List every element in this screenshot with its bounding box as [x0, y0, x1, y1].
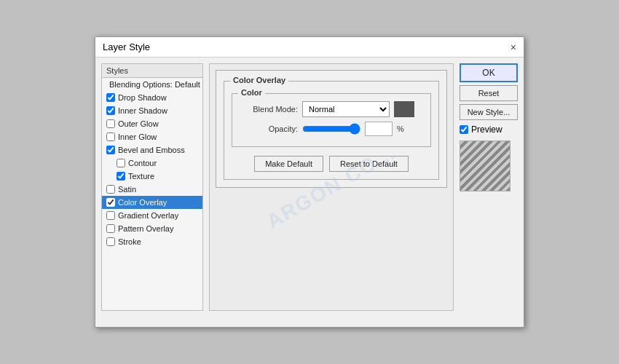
title-bar: Layer Style × [95, 37, 524, 58]
checkbox-inner-glow[interactable] [106, 132, 115, 141]
checkbox-inner-shadow[interactable] [106, 106, 115, 115]
sidebar-item-bevel-emboss[interactable]: Bevel and Emboss [102, 143, 202, 157]
color-section-title: Color [238, 88, 265, 97]
main-panel-wrapper: Color Overlay Color Blend Mode: NormalDi… [209, 63, 454, 311]
label-blending-options: Blending Options: Default [109, 80, 200, 89]
dialog-body: Styles Blending Options: DefaultDrop Sha… [95, 58, 524, 317]
make-default-button[interactable]: Make Default [254, 156, 323, 172]
label-pattern-overlay: Pattern Overlay [118, 224, 173, 233]
label-contour: Contour [128, 159, 157, 167]
sidebar-item-stroke[interactable]: Stroke [102, 235, 202, 248]
section-title: Color Overlay [230, 76, 288, 84]
new-style-button[interactable]: New Style... [460, 104, 518, 120]
opacity-input[interactable]: 100 [365, 122, 393, 136]
checkbox-contour[interactable] [117, 159, 125, 167]
label-stroke: Stroke [118, 237, 141, 246]
checkbox-gradient-overlay[interactable] [106, 211, 115, 220]
label-satin: Satin [118, 185, 136, 194]
checkbox-drop-shadow[interactable] [106, 93, 115, 102]
checkbox-pattern-overlay[interactable] [106, 224, 115, 233]
sidebar-item-blending-options[interactable]: Blending Options: Default [102, 78, 202, 91]
label-inner-glow: Inner Glow [118, 132, 157, 141]
ok-button[interactable]: OK [460, 63, 518, 82]
reset-button[interactable]: Reset [460, 85, 518, 101]
blend-mode-label: Blend Mode: [240, 105, 298, 114]
blend-mode-select[interactable]: NormalDissolveMultiplyScreenOverlay [302, 101, 390, 117]
opacity-percent: % [397, 124, 404, 133]
checkbox-texture[interactable] [117, 172, 125, 181]
label-inner-shadow: Inner Shadow [118, 106, 167, 115]
label-bevel-emboss: Bevel and Emboss [118, 146, 185, 154]
color-swatch[interactable] [394, 101, 414, 117]
preview-box [460, 141, 510, 191]
opacity-slider[interactable] [302, 123, 360, 135]
sidebar-item-drop-shadow[interactable]: Drop Shadow [102, 91, 202, 104]
sidebar-item-color-overlay[interactable]: Color Overlay [102, 196, 202, 209]
label-gradient-overlay: Gradient Overlay [118, 211, 178, 220]
checkbox-outer-glow[interactable] [106, 119, 115, 128]
dialog-title: Layer Style [103, 41, 150, 52]
checkbox-bevel-emboss[interactable] [106, 146, 115, 154]
label-outer-glow: Outer Glow [118, 119, 159, 128]
preview-image [460, 141, 510, 191]
sidebar-item-outer-glow[interactable]: Outer Glow [102, 117, 202, 130]
checkbox-color-overlay[interactable] [106, 198, 115, 207]
preview-checkbox[interactable] [460, 125, 468, 134]
opacity-label: Opacity: [240, 124, 298, 133]
preview-row: Preview [460, 124, 518, 135]
left-panel: Styles Blending Options: DefaultDrop Sha… [101, 63, 203, 311]
sidebar-item-satin[interactable]: Satin [102, 183, 202, 196]
color-overlay-section: Color Overlay Color Blend Mode: NormalDi… [216, 70, 447, 188]
checkbox-satin[interactable] [106, 185, 115, 194]
action-buttons: Make Default Reset to Default [232, 156, 431, 172]
label-drop-shadow: Drop Shadow [118, 93, 167, 102]
opacity-row: Opacity: 100 % [240, 122, 423, 136]
left-panel-items: Blending Options: DefaultDrop ShadowInne… [102, 78, 202, 248]
left-panel-header: Styles [102, 64, 202, 78]
label-color-overlay: Color Overlay [118, 198, 167, 207]
sidebar-item-inner-glow[interactable]: Inner Glow [102, 130, 202, 143]
sidebar-item-texture[interactable]: Texture [102, 170, 202, 183]
blend-mode-row: Blend Mode: NormalDissolveMultiplyScreen… [240, 101, 423, 117]
sidebar-item-contour[interactable]: Contour [102, 157, 202, 170]
reset-to-default-button[interactable]: Reset to Default [329, 156, 409, 172]
sidebar-item-pattern-overlay[interactable]: Pattern Overlay [102, 222, 202, 235]
main-panel: Color Overlay Color Blend Mode: NormalDi… [209, 63, 454, 311]
sidebar-item-inner-shadow[interactable]: Inner Shadow [102, 104, 202, 117]
label-texture: Texture [128, 172, 154, 181]
sidebar-item-gradient-overlay[interactable]: Gradient Overlay [102, 209, 202, 222]
preview-label: Preview [471, 124, 502, 135]
checkbox-stroke[interactable] [106, 237, 115, 246]
close-button[interactable]: × [510, 42, 516, 52]
layer-style-dialog: Layer Style × Styles Blending Options: D… [95, 36, 524, 328]
right-panel: OK Reset New Style... Preview [460, 63, 518, 311]
